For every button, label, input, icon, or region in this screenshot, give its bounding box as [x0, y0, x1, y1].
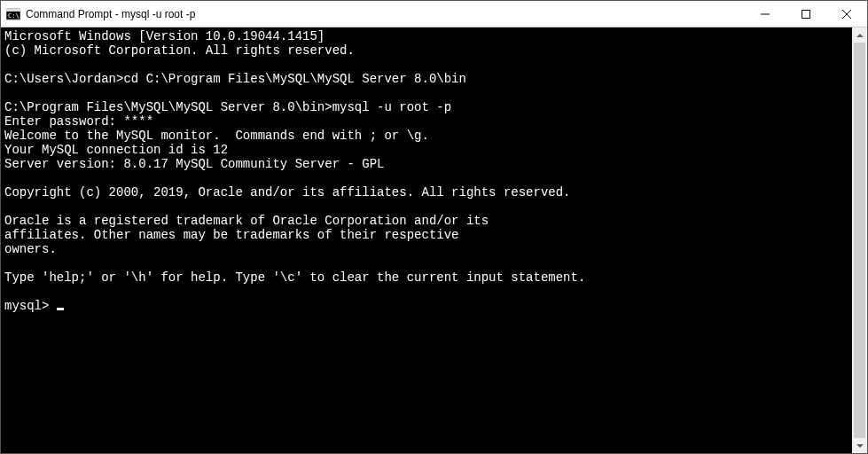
terminal-prompt-line[interactable]: mysql>	[4, 299, 848, 313]
terminal-line: Microsoft Windows [Version 10.0.19044.14…	[4, 29, 848, 43]
terminal-line	[4, 58, 848, 72]
scroll-thumb[interactable]	[854, 43, 865, 438]
terminal-line: Server version: 8.0.17 MySQL Community S…	[4, 157, 848, 171]
svg-marker-7	[856, 34, 864, 37]
terminal-line: C:\Program Files\MySQL\MySQL Server 8.0\…	[4, 100, 848, 114]
terminal-line	[4, 256, 848, 270]
terminal-line: Your MySQL connection id is 12	[4, 143, 848, 157]
minimize-button[interactable]	[745, 1, 786, 27]
terminal-line: affiliates. Other names may be trademark…	[4, 228, 848, 242]
scroll-up-arrow[interactable]	[852, 27, 867, 43]
terminal-wrapper: Microsoft Windows [Version 10.0.19044.14…	[1, 27, 867, 453]
terminal-line: Enter password: ****	[4, 114, 848, 129]
terminal-line	[4, 86, 848, 100]
mysql-prompt: mysql>	[4, 299, 57, 313]
window-title: Command Prompt - mysql -u root -p	[26, 8, 745, 20]
terminal-line: owners.	[4, 242, 848, 256]
terminal-line	[4, 200, 848, 214]
close-button[interactable]	[826, 1, 867, 27]
terminal-line: C:\Users\Jordan>cd C:\Program Files\MySQ…	[4, 72, 848, 86]
vertical-scrollbar[interactable]	[852, 27, 867, 453]
svg-rect-1	[6, 9, 20, 12]
terminal-line	[4, 171, 848, 185]
window-titlebar: C:\ Command Prompt - mysql -u root -p	[1, 1, 867, 27]
cmd-icon: C:\	[6, 7, 20, 21]
terminal-output[interactable]: Microsoft Windows [Version 10.0.19044.14…	[1, 27, 852, 453]
terminal-line: (c) Microsoft Corporation. All rights re…	[4, 43, 848, 58]
scroll-track[interactable]	[852, 43, 867, 438]
maximize-button[interactable]	[786, 1, 826, 27]
terminal-line: Welcome to the MySQL monitor. Commands e…	[4, 129, 848, 143]
terminal-line: Oracle is a registered trademark of Orac…	[4, 214, 848, 228]
svg-text:C:\: C:\	[8, 12, 20, 20]
terminal-line: Copyright (c) 2000, 2019, Oracle and/or …	[4, 185, 848, 200]
svg-rect-4	[802, 10, 810, 18]
window-controls	[745, 1, 867, 27]
terminal-line: Type 'help;' or '\h' for help. Type '\c'…	[4, 270, 848, 285]
terminal-line	[4, 285, 848, 299]
svg-marker-8	[856, 444, 864, 448]
scroll-down-arrow[interactable]	[852, 438, 867, 453]
cursor	[57, 308, 64, 310]
